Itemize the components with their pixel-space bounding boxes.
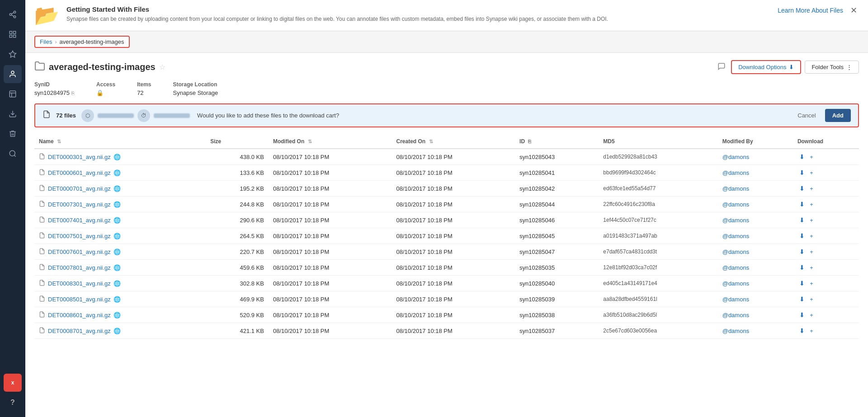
sidebar-icon-chart[interactable]: [4, 85, 22, 103]
user-link-5[interactable]: @damons: [722, 233, 749, 239]
file-doc-icon-4: [39, 216, 45, 224]
sidebar-icon-share[interactable]: [4, 5, 22, 23]
file-created-on-9: 08/10/2017 10:18 PM: [392, 291, 515, 307]
breadcrumb-root[interactable]: Files: [40, 38, 52, 45]
file-name-5[interactable]: DET0007501_avg.nii.gz: [48, 233, 111, 239]
sidebar-icon-help[interactable]: ?: [4, 394, 22, 412]
download-button-11[interactable]: ⬇: [797, 326, 807, 335]
download-button-5[interactable]: ⬇: [797, 231, 807, 240]
name-sort-icon[interactable]: ⇅: [57, 139, 61, 144]
file-id-8: syn10285040: [515, 276, 599, 291]
user-link-7[interactable]: @damons: [722, 264, 749, 271]
download-button-0[interactable]: ⬇: [797, 152, 807, 161]
user-link-1[interactable]: @damons: [722, 169, 749, 176]
prompt-cancel-button[interactable]: Cancel: [794, 110, 819, 121]
files-table: Name ⇅ Size Modified On ⇅ Created On ⇅: [34, 135, 859, 339]
download-button-4[interactable]: ⬇: [797, 216, 807, 225]
download-button-8[interactable]: ⬇: [797, 279, 807, 288]
file-name-0[interactable]: DET0000301_avg.nii.gz: [48, 154, 111, 160]
file-id-4: syn10285046: [515, 212, 599, 228]
file-name-4[interactable]: DET0007401_avg.nii.gz: [48, 217, 111, 224]
download-plus-button-3[interactable]: +: [808, 201, 815, 209]
download-plus-button-5[interactable]: +: [808, 232, 815, 240]
chat-icon[interactable]: [717, 62, 726, 72]
file-md5-5: a0191483c371a497ab: [599, 228, 717, 244]
created-sort-icon[interactable]: ⇅: [429, 139, 433, 144]
globe-icon-9: 🌐: [113, 296, 121, 303]
download-button-3[interactable]: ⬇: [797, 200, 807, 209]
prompt-add-button[interactable]: Add: [825, 109, 851, 122]
svg-rect-8: [14, 35, 16, 37]
download-plus-button-6[interactable]: +: [808, 248, 815, 256]
file-name-10[interactable]: DET0008601_avg.nii.gz: [48, 312, 111, 319]
col-size: Size: [206, 135, 269, 149]
file-name-11[interactable]: DET0008701_avg.nii.gz: [48, 328, 111, 334]
folder-star-icon[interactable]: ☆: [159, 63, 165, 71]
file-name-cell-10: DET0008601_avg.nii.gz 🌐: [34, 307, 206, 323]
file-name-3[interactable]: DET0007301_avg.nii.gz: [48, 201, 111, 208]
banner-content: Getting Started With Files Synapse files…: [66, 5, 770, 23]
file-modified-on-3: 08/10/2017 10:18 PM: [269, 197, 392, 212]
sidebar-icon-x-badge[interactable]: x: [4, 374, 22, 392]
file-id-2: syn10285042: [515, 181, 599, 197]
download-plus-button-0[interactable]: +: [808, 153, 815, 161]
sidebar-icon-grid[interactable]: [4, 25, 22, 43]
banner-close-button[interactable]: ✕: [849, 5, 859, 15]
folder-tools-label: Folder Tools: [811, 64, 844, 70]
download-plus-button-11[interactable]: +: [808, 327, 815, 335]
sidebar-icon-download[interactable]: [4, 105, 22, 123]
download-options-button[interactable]: Download Options ⬇: [731, 60, 801, 74]
file-name-8[interactable]: DET0008301_avg.nii.gz: [48, 280, 111, 287]
folder-icon: [34, 61, 45, 74]
globe-icon-2: 🌐: [113, 185, 121, 192]
download-button-9[interactable]: ⬇: [797, 295, 807, 304]
learn-more-link[interactable]: Learn More About Files: [778, 7, 843, 14]
file-size-2: 195.2 KB: [206, 181, 269, 197]
file-name-cell-0: DET0000301_avg.nii.gz 🌐: [34, 149, 206, 165]
file-name-9[interactable]: DET0008501_avg.nii.gz: [48, 296, 111, 303]
user-link-8[interactable]: @damons: [722, 280, 749, 287]
download-plus-button-9[interactable]: +: [808, 295, 815, 304]
file-name-6[interactable]: DET0007601_avg.nii.gz: [48, 248, 111, 255]
download-button-6[interactable]: ⬇: [797, 247, 807, 256]
globe-icon-11: 🌐: [113, 328, 121, 334]
download-button-10[interactable]: ⬇: [797, 310, 807, 319]
svg-point-10: [11, 71, 14, 74]
download-plus-button-10[interactable]: +: [808, 311, 815, 319]
download-button-1[interactable]: ⬇: [797, 168, 807, 177]
sidebar-icon-user[interactable]: [4, 65, 22, 83]
user-link-6[interactable]: @damons: [722, 248, 749, 255]
user-link-9[interactable]: @damons: [722, 296, 749, 303]
modified-sort-icon[interactable]: ⇅: [308, 139, 312, 144]
file-modified-by-9: @damons: [718, 291, 793, 307]
sidebar-icon-star[interactable]: [4, 45, 22, 63]
id-copy-icon[interactable]: ⎘: [528, 139, 531, 144]
download-plus-button-7[interactable]: +: [808, 264, 815, 272]
folder-tools-button[interactable]: Folder Tools ⋮: [805, 61, 859, 74]
download-plus-button-4[interactable]: +: [808, 216, 815, 225]
file-name-7[interactable]: DET0007801_avg.nii.gz: [48, 264, 111, 271]
download-plus-button-1[interactable]: +: [808, 169, 815, 177]
download-options-label: Download Options: [738, 64, 786, 70]
user-link-0[interactable]: @damons: [722, 154, 749, 160]
file-name-1[interactable]: DET0000601_avg.nii.gz: [48, 169, 111, 176]
download-plus-button-2[interactable]: +: [808, 185, 815, 193]
sidebar-icon-trash[interactable]: [4, 125, 22, 143]
user-link-4[interactable]: @damons: [722, 217, 749, 224]
synid-copy-icon[interactable]: ⎘: [71, 90, 75, 96]
file-download-cell-3: ⬇ +: [793, 197, 859, 212]
file-md5-6: e7daf657ca4831cdd3t: [599, 244, 717, 260]
download-plus-button-8[interactable]: +: [808, 280, 815, 288]
access-value: 🔒: [96, 89, 115, 96]
sidebar-icon-search[interactable]: [4, 145, 22, 163]
user-link-10[interactable]: @damons: [722, 312, 749, 319]
banner-illustration: 📂: [34, 5, 59, 25]
user-link-2[interactable]: @damons: [722, 185, 749, 192]
file-size-4: 290.6 KB: [206, 212, 269, 228]
download-button-2[interactable]: ⬇: [797, 184, 807, 193]
file-name-2[interactable]: DET0000701_avg.nii.gz: [48, 185, 111, 192]
user-link-11[interactable]: @damons: [722, 328, 749, 334]
file-download-cell-8: ⬇ +: [793, 276, 859, 291]
user-link-3[interactable]: @damons: [722, 201, 749, 208]
download-button-7[interactable]: ⬇: [797, 263, 807, 272]
